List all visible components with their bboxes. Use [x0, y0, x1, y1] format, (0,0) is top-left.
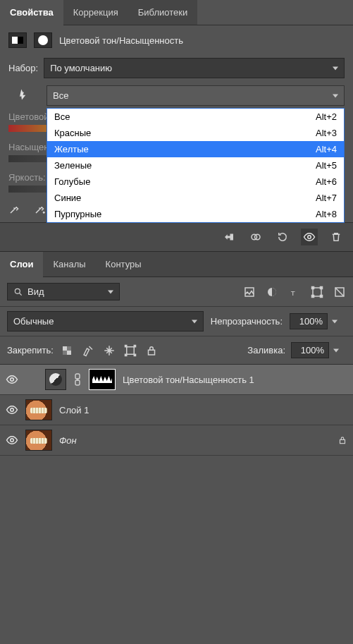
visibility-toggle[interactable] [6, 403, 18, 416]
svg-rect-21 [125, 354, 126, 356]
channel-menu: ВсеAlt+2 КрасныеAlt+3 ЖелтыеAlt+4 Зелены… [47, 108, 345, 223]
layer-filter-select[interactable]: Вид [7, 283, 120, 300]
trash-icon[interactable] [328, 229, 345, 245]
channel-item-shortcut: Alt+6 [316, 176, 337, 187]
svg-rect-29 [340, 439, 345, 443]
adjustment-thumb[interactable] [45, 369, 66, 390]
channel-item-label: Синие [54, 193, 81, 203]
layer-row-adjustment[interactable]: Цветовой тон/Насыщенность 1 [0, 365, 353, 395]
tab-properties[interactable]: Свойства [0, 0, 63, 25]
filter-adjustment-icon[interactable] [266, 286, 278, 298]
lock-position-icon[interactable] [103, 344, 116, 357]
channel-item-shortcut: Alt+3 [316, 128, 337, 138]
channel-row: Все ВсеAlt+2 КрасныеAlt+3 ЖелтыеAlt+4 Зе… [8, 85, 345, 106]
tab-libraries[interactable]: Библиотеки [128, 0, 197, 25]
layer-name[interactable]: Слой 1 [59, 405, 89, 415]
svg-rect-10 [321, 286, 323, 288]
layers-toolbar: Вид T [0, 277, 353, 306]
mask-thumb[interactable] [89, 369, 116, 390]
tab-paths[interactable]: Контуры [96, 252, 151, 277]
channel-item-shortcut: Alt+2 [316, 111, 337, 122]
layer-thumb[interactable] [25, 399, 52, 420]
filter-type-icon[interactable]: T [288, 286, 301, 298]
layers-tabbar: Слои Каналы Контуры [0, 251, 353, 277]
lock-row: Закрепить: Заливка: 100% [0, 336, 353, 364]
svg-point-24 [11, 378, 14, 382]
channel-item-label: Пурпурные [54, 209, 101, 219]
adjustment-title: Цветовой тон/Насыщенность [59, 35, 183, 46]
filter-smart-icon[interactable] [333, 286, 346, 298]
channel-item-magenta[interactable]: ПурпурныеAlt+8 [47, 206, 344, 222]
svg-rect-26 [75, 380, 80, 385]
tab-adjustments[interactable]: Коррекция [63, 0, 128, 25]
filter-shape-icon[interactable] [311, 286, 323, 298]
blend-mode-row: Обычные Непрозрачность: 100% [0, 306, 353, 336]
lock-transparency-icon[interactable] [61, 344, 73, 357]
link-icon[interactable] [73, 373, 82, 386]
svg-rect-23 [148, 350, 154, 355]
preset-label: Набор: [8, 63, 38, 73]
visibility-toggle[interactable] [6, 434, 18, 446]
search-icon [13, 287, 23, 297]
svg-rect-14 [63, 346, 67, 351]
eyedropper-add-icon[interactable] [34, 202, 47, 215]
svg-point-3 [308, 236, 311, 239]
lock-artboard-icon[interactable] [124, 344, 137, 357]
clip-to-layer-icon[interactable] [221, 229, 237, 245]
channel-item-shortcut: Alt+4 [316, 144, 337, 154]
tab-layers[interactable]: Слои [0, 252, 43, 277]
filter-pixel-icon[interactable] [243, 286, 256, 298]
layer-row[interactable]: Слой 1 [0, 395, 353, 425]
tab-channels[interactable]: Каналы [43, 252, 95, 277]
lock-all-icon[interactable] [145, 344, 158, 357]
reset-icon[interactable] [274, 229, 291, 245]
channel-item-green[interactable]: ЗеленыеAlt+5 [47, 157, 344, 174]
view-previous-state-icon[interactable] [247, 229, 264, 245]
svg-rect-16 [67, 346, 71, 351]
hue-sat-icon[interactable] [8, 32, 27, 48]
layer-filter-label: Вид [27, 286, 44, 297]
channel-item-all[interactable]: ВсеAlt+2 [47, 109, 344, 125]
channel-item-shortcut: Alt+8 [316, 209, 337, 219]
svg-rect-20 [134, 345, 135, 346]
properties-footer [0, 222, 353, 251]
preset-value: По умолчанию [50, 63, 112, 73]
preset-select[interactable]: По умолчанию [44, 58, 345, 78]
svg-rect-15 [67, 351, 71, 355]
blend-mode-select[interactable]: Обычные [7, 311, 204, 332]
fill-input[interactable]: 100% [291, 342, 329, 358]
channel-item-yellow[interactable]: ЖелтыеAlt+4 [47, 141, 344, 157]
channel-item-blue[interactable]: СиниеAlt+7 [47, 190, 344, 206]
opacity-input[interactable]: 100% [290, 313, 328, 329]
toggle-visibility-icon[interactable] [301, 229, 318, 245]
lock-icons [61, 344, 158, 357]
targeted-adjust-icon[interactable] [8, 85, 39, 106]
svg-rect-22 [134, 354, 135, 356]
channel-item-label: Красные [54, 128, 91, 138]
svg-point-28 [11, 439, 14, 442]
channel-item-shortcut: Alt+7 [316, 193, 337, 203]
eyedropper-icon[interactable] [8, 202, 21, 215]
svg-rect-12 [321, 295, 323, 297]
visibility-toggle[interactable] [6, 373, 18, 386]
layer-list: Цветовой тон/Насыщенность 1 Слой 1 Фон [0, 364, 353, 456]
properties-panel: Цветовой тон/Насыщенность Набор: По умол… [0, 25, 353, 222]
channel-select[interactable]: Все [47, 85, 345, 106]
blend-mode-value: Обычные [13, 316, 54, 327]
opacity-label: Непрозрачность: [211, 316, 283, 327]
channel-item-red[interactable]: КрасныеAlt+3 [47, 125, 344, 141]
adjustment-header: Цветовой тон/Насыщенность [8, 32, 345, 48]
channel-dropdown: Все ВсеAlt+2 КрасныеAlt+3 ЖелтыеAlt+4 Зе… [47, 85, 345, 106]
svg-rect-17 [63, 351, 67, 355]
channel-selected-value: Все [53, 90, 68, 101]
channel-item-cyan[interactable]: ГолубыеAlt+6 [47, 174, 344, 190]
layer-name[interactable]: Фон [59, 435, 77, 446]
layer-name[interactable]: Цветовой тон/Насыщенность 1 [123, 375, 254, 385]
channel-item-label: Желтые [54, 144, 89, 154]
layer-mask-icon[interactable] [34, 32, 52, 48]
lock-pixels-icon[interactable] [82, 344, 94, 357]
layer-thumb[interactable] [25, 430, 52, 451]
layer-row-background[interactable]: Фон [0, 425, 353, 456]
channel-item-label: Голубые [54, 176, 90, 187]
lock-indicator-icon[interactable] [337, 435, 347, 445]
